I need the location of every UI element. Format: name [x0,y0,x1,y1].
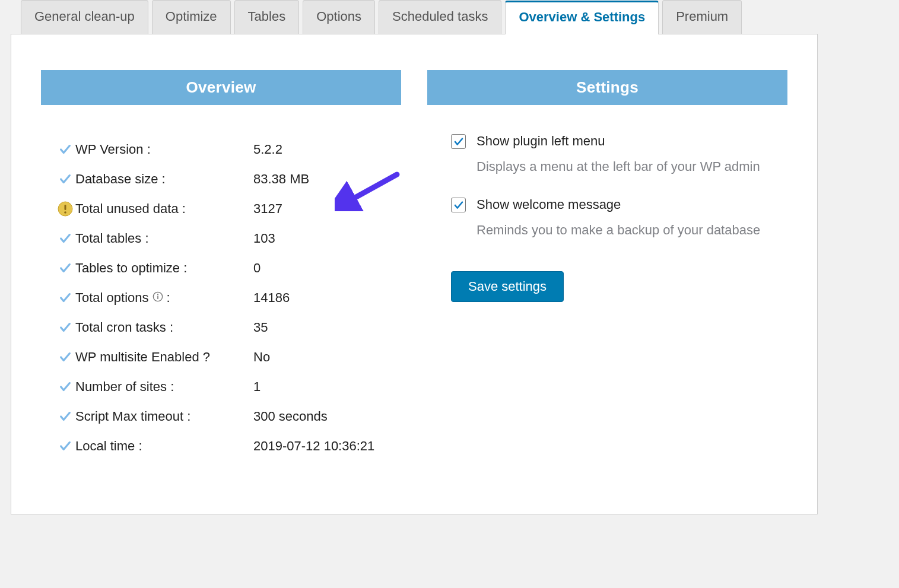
overview-value: No [253,349,401,365]
check-icon [55,143,75,156]
overview-row-local-time: Local time : 2019-07-12 10:36:21 [55,431,401,461]
overview-row-tables-optimize: Tables to optimize : 0 [55,253,401,283]
overview-value: 14186 [253,290,401,306]
overview-row-script-timeout: Script Max timeout : 300 seconds [55,402,401,431]
overview-value: 1 [253,379,401,395]
setting-show-welcome: Show welcome message [451,196,787,214]
overview-row-number-sites: Number of sites : 1 [55,372,401,402]
svg-point-4 [64,212,66,214]
overview-value: 300 seconds [253,409,401,424]
settings-header: Settings [427,70,787,105]
check-icon [55,232,75,245]
overview-value: 35 [253,320,401,335]
overview-row-total-tables: Total tables : 103 [55,224,401,253]
overview-value: 103 [253,231,401,246]
tab-tables[interactable]: Tables [234,0,300,34]
tab-general-cleanup[interactable]: General clean-up [21,0,148,34]
check-icon [55,440,75,453]
overview-label: Total unused data : [75,201,253,217]
overview-row-wp-version: WP Version : 5.2.2 [55,135,401,164]
overview-header: Overview [41,70,401,105]
check-icon [55,291,75,304]
overview-value: 5.2.2 [253,142,401,157]
overview-column: Overview [41,70,401,461]
check-icon [55,410,75,423]
save-settings-button[interactable]: Save settings [451,271,564,302]
overview-label: Total cron tasks : [75,320,253,335]
overview-label: Local time : [75,438,253,454]
overview-list: WP Version : 5.2.2 Database size : 83.38… [41,105,401,461]
overview-row-db-size: Database size : 83.38 MB [55,164,401,194]
overview-label-text: Total options [75,290,149,306]
tab-optimize[interactable]: Optimize [152,0,231,34]
checkbox-show-welcome[interactable] [451,198,466,212]
checkbox-label: Show welcome message [476,196,621,214]
overview-label: WP multisite Enabled ? [75,349,253,365]
setting-desc: Reminds you to make a backup of your dat… [476,223,787,238]
setting-desc: Displays a menu at the left bar of your … [476,159,787,174]
overview-label: WP Version : [75,142,253,157]
check-icon [55,351,75,364]
overview-row-cron-tasks: Total cron tasks : 35 [55,313,401,342]
svg-rect-3 [65,205,66,210]
checkmark-icon [453,200,464,211]
overview-value: 3127 [253,201,401,217]
tab-panel: Overview [11,34,818,514]
overview-label: Total tables : [75,231,253,246]
info-icon[interactable] [153,290,163,306]
overview-row-multisite: WP multisite Enabled ? No [55,342,401,372]
overview-row-unused-data: Total unused data : 3127 [55,194,401,224]
overview-label-suffix: : [167,290,170,306]
tab-overview-settings[interactable]: Overview & Settings [505,1,659,34]
overview-value: 2019-07-12 10:36:21 [253,438,401,454]
tab-premium[interactable]: Premium [662,0,742,34]
svg-point-6 [157,294,158,295]
checkbox-show-left-menu[interactable] [451,134,466,149]
tab-scheduled-tasks[interactable]: Scheduled tasks [379,0,501,34]
svg-rect-7 [157,296,158,299]
checkmark-icon [453,136,464,147]
overview-value: 83.38 MB [253,171,401,187]
tabs-bar: General clean-up Optimize Tables Options… [0,0,899,34]
warning-icon [55,201,75,217]
check-icon [55,321,75,334]
setting-show-left-menu: Show plugin left menu [451,132,787,151]
checkbox-label: Show plugin left menu [476,132,605,151]
check-icon [55,262,75,275]
tab-options[interactable]: Options [303,0,375,34]
overview-value: 0 [253,260,401,276]
check-icon [55,173,75,186]
overview-label: Number of sites : [75,379,253,395]
check-icon [55,380,75,393]
overview-label: Script Max timeout : [75,409,253,424]
overview-row-total-options: Total options : 14186 [55,283,401,313]
overview-label: Tables to optimize : [75,260,253,276]
settings-column: Settings Show plugin left menu Displays … [427,70,787,461]
overview-label: Database size : [75,171,253,187]
overview-label: Total options : [75,290,253,306]
